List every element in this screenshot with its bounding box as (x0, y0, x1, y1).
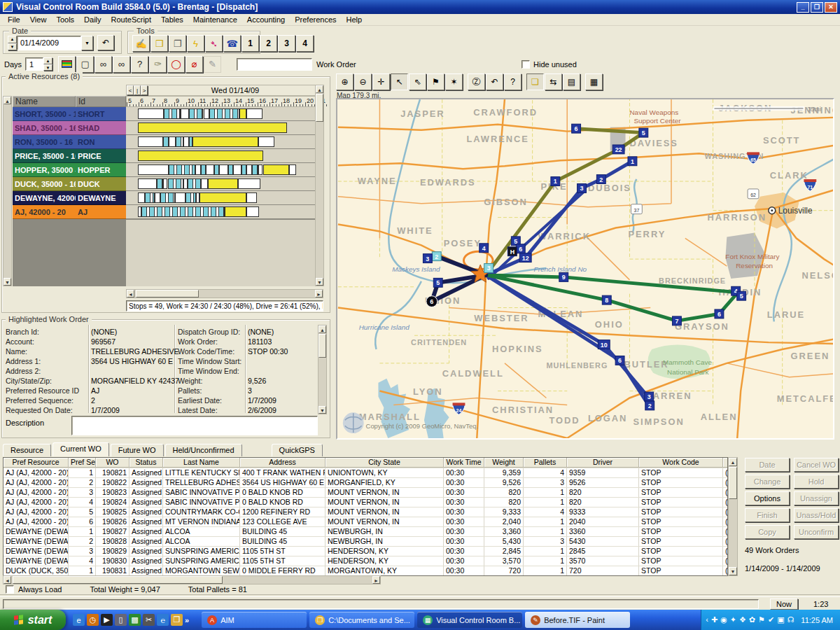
column-header-Last Name[interactable]: Last Name (163, 458, 240, 468)
table-row[interactable]: AJ (AJ, 42000 - 20)6190826AssignedMT VER… (4, 517, 727, 527)
gantt-stops-bar[interactable] (160, 192, 174, 203)
gantt-span-bar[interactable] (206, 164, 214, 175)
always-load-checkbox[interactable]: Always Load (6, 585, 62, 594)
gantt-span-bar[interactable] (138, 136, 163, 147)
resource-id[interactable]: AJ (76, 205, 126, 219)
days-spin-up[interactable]: ▲ (43, 57, 52, 64)
column-header-Pref Resource[interactable]: Pref Resource (4, 458, 69, 468)
action-finish-button[interactable]: Finish (745, 508, 790, 522)
resource-id[interactable]: RON (76, 135, 126, 149)
device-icon[interactable]: ▯ (115, 614, 127, 626)
gantt-span-bar[interactable] (181, 108, 189, 119)
flag-arrow-icon[interactable]: ⚑ (427, 74, 444, 90)
gantt-stops-bar[interactable] (145, 192, 155, 203)
tab-current-wo[interactable]: Current WO (52, 442, 109, 456)
gantt-stops-bar[interactable] (241, 164, 246, 175)
taskbar-task[interactable]: ▦Visual Control Room B... (417, 612, 522, 628)
table-row[interactable]: AJ (AJ, 42000 - 20)3190823AssignedSABIC … (4, 488, 727, 498)
tray-chevron-icon[interactable]: ‹ (706, 616, 708, 624)
column-header-Weight[interactable]: Weight (484, 458, 524, 468)
gantt-row-DUCK[interactable] (126, 177, 323, 191)
date-input[interactable]: 01/14/2009 (17, 36, 81, 50)
name-column-header[interactable]: Name (13, 96, 76, 107)
gantt-work-bar[interactable] (138, 150, 263, 161)
menu-maintenance[interactable]: Maintenance (188, 15, 242, 24)
web-icon[interactable]: ℮ (157, 614, 169, 626)
gantt-span-bar[interactable] (258, 164, 263, 175)
notes-icon[interactable]: ▩ (129, 614, 141, 626)
action-cancel-wo-button[interactable]: Cancel WO (794, 458, 839, 472)
menu-accounting[interactable]: Accounting (242, 15, 290, 24)
column-header-City State[interactable]: City State (326, 458, 444, 468)
tools-app-icon[interactable]: ✂ (143, 614, 155, 626)
taskbar-task[interactable]: ❒C:\Documents and Se... (309, 612, 414, 628)
gantt-span-bar[interactable] (289, 164, 296, 175)
gantt-work-bar[interactable] (138, 122, 287, 133)
tray-audio-icon[interactable]: ◉ (720, 616, 727, 624)
tray-net-icon[interactable]: ☊ (788, 616, 794, 624)
gantt-span-bar[interactable] (155, 192, 161, 203)
gantt-span-bar[interactable] (246, 192, 257, 203)
gantt-stops-bar[interactable] (141, 206, 225, 217)
date-dropdown-button[interactable]: ▼ (81, 36, 93, 50)
action-change-button[interactable]: Change (745, 475, 790, 489)
gantt-work-bar[interactable] (192, 136, 258, 147)
find-icon[interactable]: ➴ (205, 35, 223, 52)
gantt-stops-bar[interactable] (214, 164, 219, 175)
route-compare-icon[interactable]: ⇆ (545, 74, 562, 90)
menu-routescript[interactable]: RouteScript (106, 15, 156, 24)
action-options-button[interactable]: Options (745, 491, 790, 505)
resource-name[interactable]: HOPPER, 35000 - 1 (13, 163, 76, 177)
column-header-Status[interactable]: Status (130, 458, 163, 468)
gantt-row-PRICE[interactable] (126, 149, 323, 163)
white-box-icon[interactable]: ▢ (76, 56, 94, 73)
resource-id[interactable]: SHAD (76, 121, 126, 135)
gantt-stops-bar[interactable] (186, 192, 196, 203)
gantt-span-bar[interactable] (204, 108, 210, 119)
gantt-span-bar[interactable] (175, 192, 186, 203)
start-button[interactable]: start (0, 610, 66, 630)
table-row[interactable]: AJ (AJ, 42000 - 20)2190822AssignedTRELLE… (4, 478, 727, 488)
menu-file[interactable]: File (3, 15, 25, 24)
gantt-row-AJ[interactable] (126, 205, 323, 219)
table-vscroll[interactable]: ▲ ▼ (728, 457, 738, 576)
tray-sync-icon[interactable]: ❖ (739, 616, 746, 624)
gantt-row-SHORT[interactable] (126, 107, 323, 121)
star-arrow-icon[interactable]: ✶ (445, 74, 463, 90)
new-workorder-icon[interactable]: ✍ (132, 35, 150, 52)
column-header-Driver[interactable]: Driver (567, 458, 639, 468)
tray-check-icon[interactable]: ✔ (768, 616, 774, 624)
action-unconfirm-button[interactable]: Unconfirm (794, 525, 839, 539)
gantt-span-bar[interactable] (138, 178, 157, 189)
clock-app-icon[interactable]: ◷ (87, 614, 99, 626)
resource-name[interactable]: DEWAYNE, 42000 - (13, 191, 76, 205)
action-unass-hold-button[interactable]: Unass/Hold (794, 508, 839, 522)
taskbar-task[interactable]: ✎Before.TIF - Paint (525, 612, 630, 628)
tool-number-2[interactable]: 2 (260, 35, 277, 52)
table-row[interactable]: AJ (AJ, 42000 - 20)1190821AssignedLITTLE… (4, 468, 727, 478)
tab-held-unconfirmed[interactable]: Held/Unconfirmed (165, 444, 242, 456)
now-button[interactable]: Now (770, 598, 798, 610)
date-spin-up[interactable]: ▲ (8, 36, 17, 43)
pencil-icon[interactable]: ✎ (204, 56, 221, 73)
tray-health-icon[interactable]: ✚ (711, 616, 718, 624)
action-hold-button[interactable]: Hold (794, 475, 839, 489)
gantt-span-bar[interactable] (138, 108, 164, 119)
gantt-stops-bar[interactable] (163, 136, 169, 147)
description-input[interactable] (71, 416, 318, 435)
gantt-span-bar[interactable] (246, 164, 253, 175)
circle-icon[interactable]: ◯ (167, 56, 185, 73)
no-symbol-icon[interactable]: ⌀ (186, 56, 203, 73)
binoculars-clock-icon[interactable]: ∞ (113, 56, 130, 73)
column-header-Pref Seq[interactable]: Pref Seq (69, 458, 96, 468)
zoom-prev-icon[interactable]: Ⓩ (468, 74, 485, 90)
gantt-span-bar[interactable] (246, 108, 263, 119)
gantt-stops-bar[interactable] (209, 108, 239, 119)
column-header-WO[interactable]: WO (96, 458, 130, 468)
tray-shield-icon[interactable]: ✦ (730, 616, 736, 624)
media-icon[interactable]: ▶ (101, 614, 113, 626)
quick-launch-overflow[interactable]: » (185, 616, 189, 624)
menu-preferences[interactable]: Preferences (290, 15, 341, 24)
table-row[interactable]: DUCK (DUCK, 35000 - 1190831AssignedMORGA… (4, 566, 727, 576)
column-header-Pallets[interactable]: Pallets (524, 458, 567, 468)
